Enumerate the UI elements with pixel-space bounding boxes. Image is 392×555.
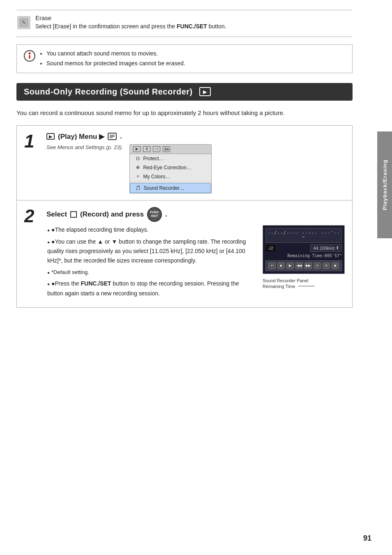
erase-desc-after: button. bbox=[207, 23, 226, 30]
menu-item-redeye-label: Red-Eye Correction… bbox=[143, 165, 191, 170]
page-number: 91 bbox=[363, 534, 371, 543]
toolbar-sort-icon: ↕↕ bbox=[153, 146, 160, 152]
svg-rect-9 bbox=[71, 212, 76, 217]
erase-desc-bold: FUNC./SET bbox=[177, 23, 207, 30]
recorder-remaining-line bbox=[298, 286, 315, 286]
erase-icon: ✎ bbox=[16, 15, 31, 30]
record-square-icon bbox=[70, 211, 77, 218]
step-1-content: ▶ (Play) Menu ▶ . See Menus and Settings bbox=[46, 132, 345, 193]
recorder-remaining: Remaining Time:005'57" bbox=[265, 253, 342, 258]
ctrl-play: ▶ bbox=[286, 263, 294, 269]
sidebar-tab: Playback/Erasing bbox=[377, 131, 392, 238]
warning-item-2: Sound memos for protected images cannot … bbox=[46, 59, 185, 69]
sidebar-tab-label: Playback/Erasing bbox=[382, 159, 388, 210]
protect-icon: O bbox=[135, 156, 141, 161]
erase-text-block: Erase Select [Erase] in the confirmation… bbox=[35, 14, 226, 31]
recorder-panel-label: Sound Recorder Panel bbox=[263, 278, 308, 283]
recorder-info-row: -/2 44.100kHz ⬆ bbox=[265, 244, 342, 252]
ctrl-protect: O bbox=[323, 263, 330, 269]
step-2-bullets: ●The elapsed recording time displays. ●Y… bbox=[46, 225, 256, 301]
step-2-title-text: Select bbox=[46, 210, 67, 219]
menu-screenshot: ▶ ⬆ ↕↕ Zo O Protect… ⊕ Red-E bbox=[129, 144, 212, 193]
soundrecorder-icon: 🎵 bbox=[135, 185, 141, 191]
step-2-number: 2 bbox=[24, 207, 40, 225]
step-2-title-text2: (Record) and press bbox=[80, 210, 144, 219]
erase-desc: Select [Erase] in the confirmation scree… bbox=[35, 22, 226, 31]
section-header-icon: ▶ bbox=[199, 87, 211, 96]
warning-item-1: You cannot attach sound memos to movies. bbox=[46, 49, 185, 59]
page-container: Playback/Erasing ✎ Erase Select [Erase] … bbox=[0, 0, 392, 555]
bullet-elapsed: ●The elapsed recording time displays. bbox=[46, 225, 256, 235]
menu-item-mycolors-label: My Colors… bbox=[143, 174, 170, 180]
step-1-row: See Menus and Settings (p. 23). ▶ ⬆ ↕↕ Z… bbox=[46, 144, 345, 193]
step-1-subtitle: See Menus and Settings (p. 23). bbox=[46, 144, 123, 150]
erase-icon-inner: ✎ bbox=[17, 16, 30, 29]
bullet-funcset: ●Press the FUNC./SET button to stop the … bbox=[46, 279, 256, 298]
step-1-title-text: (Play) Menu ▶ bbox=[58, 132, 104, 141]
menu-item-protect[interactable]: O Protect… bbox=[130, 154, 211, 163]
func-set-label: FUNC/SET bbox=[150, 211, 159, 218]
menu-toolbar: ▶ ⬆ ↕↕ Zo bbox=[130, 145, 211, 154]
svg-point-3 bbox=[29, 53, 31, 55]
recorder-remaining-label: Remaining Time bbox=[263, 284, 295, 289]
bullet-sampling: ●You can use the ▲ or ▼ button to change… bbox=[46, 237, 256, 265]
step-1-title-dot: . bbox=[120, 132, 122, 140]
toolbar-share-icon: ⬆ bbox=[143, 146, 150, 152]
steps-container: 1 ▶ (Play) Menu ▶ . bbox=[16, 125, 353, 308]
recorder-counter: -/2 bbox=[265, 245, 276, 251]
menu-item-soundrecorder[interactable]: 🎵 Sound Recorder… bbox=[130, 183, 211, 193]
mycolors-icon: ✧ bbox=[135, 174, 141, 179]
svg-rect-4 bbox=[29, 55, 30, 59]
ctrl-prev: ◀◀ bbox=[295, 263, 303, 269]
step-2: 2 Select (Record) and press FUNC/SET . bbox=[17, 200, 352, 307]
erase-desc-before: Select [Erase] in the confirmation scree… bbox=[35, 23, 177, 30]
warning-box: You cannot attach sound memos to movies.… bbox=[16, 44, 353, 73]
warning-icon bbox=[23, 50, 36, 65]
ctrl-stop: ■ bbox=[277, 263, 285, 269]
step-1-number: 1 bbox=[24, 132, 40, 150]
ctrl-erase: ■ bbox=[332, 263, 339, 269]
menu-item-protect-label: Protect… bbox=[143, 156, 164, 161]
recorder-freq: 44.100kHz ⬆ bbox=[310, 244, 342, 252]
svg-text:✎: ✎ bbox=[22, 20, 26, 25]
recorder-time-display: --/--/---- --:-- ---'--" bbox=[265, 228, 342, 243]
redeye-icon: ⊕ bbox=[135, 165, 141, 170]
recorder-time-text: --/--/---- --:-- ---'--" bbox=[267, 230, 339, 241]
ctrl-rewind: ↩ bbox=[268, 263, 276, 269]
toolbar-play-icon: ▶ bbox=[133, 146, 141, 152]
erase-section: ✎ Erase Select [Erase] in the confirmati… bbox=[16, 10, 353, 37]
section-header: Sound-Only Recording (Sound Recorder) ▶ bbox=[16, 83, 353, 101]
step-1-title: ▶ (Play) Menu ▶ . bbox=[46, 132, 345, 141]
erase-title: Erase bbox=[35, 14, 226, 21]
menu-item-mycolors[interactable]: ✧ My Colors… bbox=[130, 172, 211, 181]
warning-bullets: You cannot attach sound memos to movies.… bbox=[41, 49, 185, 69]
recorder-label-panel: Sound Recorder Panel bbox=[263, 278, 315, 283]
bullet-default: *Default setting. bbox=[46, 268, 256, 276]
toolbar-zoom-icon: Zo bbox=[163, 146, 170, 152]
menu-item-soundrecorder-label: Sound Recorder… bbox=[143, 185, 184, 191]
step-2-body: ●The elapsed recording time displays. ●Y… bbox=[46, 225, 345, 301]
main-content: ✎ Erase Select [Erase] in the confirmati… bbox=[0, 0, 377, 332]
func-set-button: FUNC/SET bbox=[147, 207, 162, 222]
freq-arrows: ⬆ bbox=[336, 246, 339, 250]
menu-item-redeye[interactable]: ⊕ Red-Eye Correction… bbox=[130, 163, 211, 172]
step-2-title-dot: . bbox=[165, 210, 167, 219]
intro-text: You can record a continuous sound memo f… bbox=[16, 108, 353, 118]
step-1: 1 ▶ (Play) Menu ▶ . bbox=[17, 126, 352, 200]
play-icon-box: ▶ bbox=[46, 133, 55, 140]
section-header-title: Sound-Only Recording (Sound Recorder) bbox=[24, 87, 193, 97]
menu-divider bbox=[130, 182, 211, 182]
step-2-content: Select (Record) and press FUNC/SET . ●Th… bbox=[46, 207, 345, 301]
step-2-title: Select (Record) and press FUNC/SET . bbox=[46, 207, 345, 222]
settings-icon bbox=[108, 133, 117, 140]
recorder-labels: Sound Recorder Panel Remaining Time bbox=[263, 278, 315, 290]
recorder-screenshot: --/--/---- --:-- ---'--" -/2 44.100kHz ⬆ bbox=[263, 225, 345, 274]
ctrl-next: ▶▶ bbox=[304, 263, 312, 269]
recorder-controls: ↩ ■ ▶ ◀◀ ▶▶ ⟲ O ■ bbox=[265, 260, 342, 271]
recorder-label-remaining: Remaining Time bbox=[263, 284, 315, 289]
ctrl-rotate: ⟲ bbox=[314, 263, 321, 269]
